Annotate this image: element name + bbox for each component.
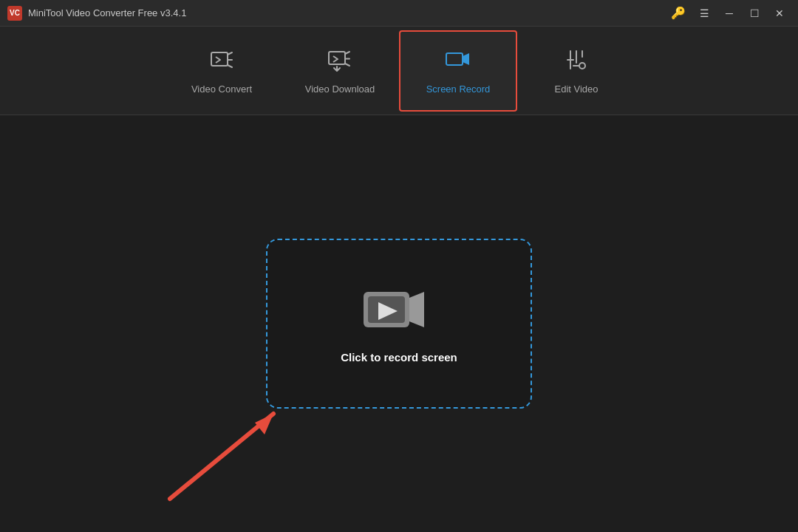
app-title: MiniTool Video Converter Free v3.4.1 [28,7,186,18]
svg-line-6 [345,64,349,66]
svg-line-1 [228,52,232,55]
svg-marker-20 [409,292,424,327]
red-arrow [148,392,310,510]
svg-line-2 [228,65,232,67]
video-convert-label: Video Convert [191,83,252,95]
svg-line-21 [170,414,273,499]
maximize-button[interactable]: ☐ [743,4,765,22]
screen-record-icon [445,47,471,76]
video-download-icon [327,47,353,76]
app-logo: VC [7,6,22,21]
svg-rect-9 [446,53,463,65]
svg-point-16 [579,63,585,69]
title-bar: VC MiniTool Video Converter Free v3.4.1 … [0,0,798,27]
svg-line-5 [345,52,349,54]
menu-button[interactable]: ☰ [693,4,715,22]
nav-item-video-download[interactable]: Video Download [281,30,399,112]
key-icon[interactable]: 🔑 [671,6,686,20]
main-content: Click to record screen [0,115,798,532]
record-area[interactable]: Click to record screen [266,239,532,409]
screen-record-label: Screen Record [426,83,491,95]
record-label: Click to record screen [341,351,457,364]
nav-bar: Video Convert Video Download Screen Reco… [0,27,798,115]
edit-video-label: Edit Video [554,83,598,95]
camera-play-icon [362,284,436,336]
edit-video-icon [563,47,590,76]
svg-marker-22 [255,414,273,434]
video-convert-icon [208,47,235,76]
video-download-label: Video Download [305,83,375,95]
svg-marker-10 [463,53,469,65]
nav-item-video-convert[interactable]: Video Convert [163,30,281,112]
nav-item-edit-video[interactable]: Edit Video [517,30,635,112]
camera-icon-wrapper [362,284,436,336]
close-button[interactable]: ✕ [768,4,791,22]
title-bar-left: VC MiniTool Video Converter Free v3.4.1 [7,6,186,21]
title-bar-controls: 🔑 ☰ ─ ☐ ✕ [671,4,791,22]
minimize-button[interactable]: ─ [718,4,740,22]
nav-item-screen-record[interactable]: Screen Record [399,30,517,112]
